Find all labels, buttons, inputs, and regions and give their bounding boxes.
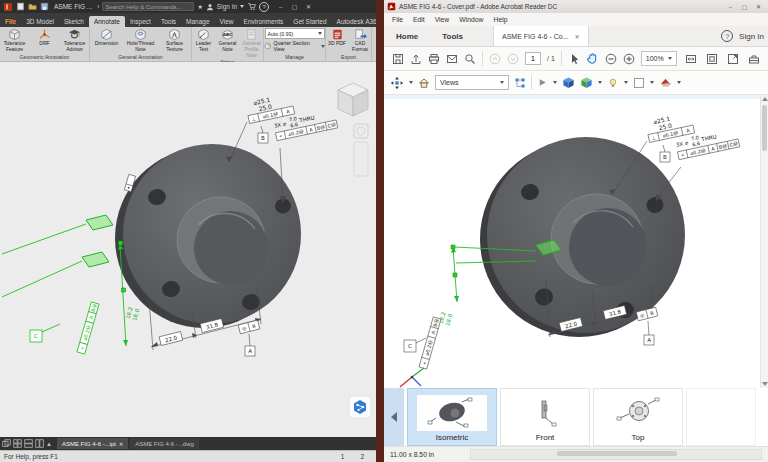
email-icon[interactable]	[446, 53, 458, 65]
drf-button[interactable]: DRF	[30, 28, 59, 53]
scroll-down-icon[interactable]	[762, 382, 768, 386]
doc-tab-ipt[interactable]: ASME FIG 4-6 -...ipt ✕	[57, 438, 128, 449]
share-upload-icon[interactable]	[410, 53, 422, 65]
acr-close-button[interactable]: ✕	[752, 1, 765, 12]
general-note-button[interactable]: ABC General Note	[216, 28, 239, 58]
tile-windows-icon[interactable]	[13, 439, 22, 448]
cross-section-icon[interactable]	[659, 76, 672, 89]
tab-annotate[interactable]: Annotate	[89, 16, 125, 27]
hole-note[interactable]: 3X ⌀ 7.0 6.6 THRU ⌖ ⌀0.2Ⓜ A BⓂ CⓂ	[273, 107, 338, 203]
menu-help[interactable]: Help	[493, 16, 507, 23]
flange-3d-model[interactable]	[115, 144, 301, 328]
3d-navigate-caret-icon[interactable]	[409, 81, 413, 84]
zoom-out-icon[interactable]	[605, 53, 617, 65]
model-tree-icon[interactable]	[514, 77, 526, 89]
model-render-cube-icon[interactable]	[580, 76, 593, 89]
cascade-windows-icon[interactable]	[2, 439, 11, 448]
default-view-home-icon[interactable]	[418, 77, 430, 89]
dimension-button[interactable]: Dimension	[90, 28, 123, 53]
hole-thread-note-button[interactable]: Hole/Thread Note	[124, 28, 157, 53]
play-caret-icon[interactable]	[553, 81, 557, 84]
3d-navigate-icon[interactable]	[390, 76, 404, 90]
tab-environments[interactable]: Environments	[239, 16, 289, 27]
doctabs-expand-icon[interactable]: ▲	[46, 441, 52, 447]
save-icon[interactable]	[40, 2, 49, 11]
tolerance-feature-button[interactable]: Tolerance Feature	[0, 28, 29, 53]
tab-sketch[interactable]: Sketch	[59, 16, 89, 27]
hand-tool-icon[interactable]	[586, 52, 599, 65]
viewcube[interactable]	[338, 83, 368, 116]
menu-window[interactable]: Window	[459, 16, 483, 23]
tile-horizontal-icon[interactable]	[24, 439, 33, 448]
vertical-scrollbar[interactable]	[760, 95, 768, 388]
title-overflow[interactable]: ›	[97, 3, 99, 10]
annotation-scale-combo[interactable]: Auto (0.93)	[265, 28, 325, 39]
menu-edit[interactable]: Edit	[413, 16, 425, 23]
horizontal-scrollbar[interactable]	[470, 449, 762, 460]
minimize-button[interactable]: –	[274, 1, 287, 12]
tab-document-close-icon[interactable]: ✕	[575, 33, 580, 40]
a360-share-button[interactable]	[349, 396, 371, 418]
doc-tab-dwg[interactable]: ASME FIG 4-6 -...dwg	[130, 438, 199, 449]
print-icon[interactable]	[428, 53, 440, 65]
hscrollbar-thumb[interactable]	[557, 451, 677, 456]
window-arrange-icons[interactable]: ▲	[2, 439, 52, 448]
open-folder-icon[interactable]	[28, 2, 37, 11]
tab-file[interactable]: File	[0, 16, 21, 27]
scroll-up-icon[interactable]	[762, 97, 768, 101]
zoom-level-combo[interactable]: 100%	[641, 51, 677, 66]
render-caret-icon[interactable]	[598, 81, 602, 84]
command-search-input[interactable]	[102, 2, 194, 11]
doc-tab-close-icon[interactable]: ✕	[119, 441, 123, 447]
acr-maximize-button[interactable]: ▢	[738, 1, 751, 12]
menu-view[interactable]: View	[435, 16, 450, 23]
quarter-section-view-button[interactable]: Quarter Section View	[264, 40, 325, 52]
acrobat-3d-canvas[interactable]: ⌀25.1 25.0 ⊥ ⌀0.1Ⓜ A B	[384, 95, 768, 388]
fit-width-icon[interactable]	[685, 53, 697, 65]
inventor-help-icon[interactable]: ?	[259, 2, 269, 12]
tab-inspect[interactable]: Inspect	[125, 16, 156, 27]
zoom-in-icon[interactable]	[623, 53, 635, 65]
views-combo[interactable]: Views	[435, 75, 509, 90]
fit-page-icon[interactable]	[706, 53, 718, 65]
app-store-cart-icon[interactable]	[247, 2, 256, 11]
view-item-front[interactable]: Front	[500, 388, 590, 446]
leader-text-button[interactable]: Leader Text	[192, 28, 215, 58]
menu-file[interactable]: File	[392, 16, 403, 23]
surface-texture-button[interactable]: Surface Texture	[158, 28, 191, 53]
lighting-icon[interactable]	[607, 77, 619, 89]
close-button[interactable]: ✕	[302, 1, 315, 12]
navigation-bar[interactable]	[354, 124, 368, 176]
bgcolor-caret-icon[interactable]	[650, 81, 654, 84]
maximize-button[interactable]: ▢	[288, 1, 301, 12]
flange-3d-model-pdf[interactable]	[480, 137, 685, 337]
tab-manage[interactable]: Manage	[181, 16, 215, 27]
view-item-isometric[interactable]: Isometric	[407, 388, 497, 446]
save-icon[interactable]	[392, 53, 404, 65]
inventor-signin-button[interactable]: Sign In	[217, 3, 237, 10]
acr-minimize-button[interactable]: –	[724, 1, 737, 12]
search-icon[interactable]	[464, 53, 476, 65]
signin-caret-icon[interactable]	[240, 5, 244, 8]
tab-document[interactable]: ASME FIG 4-6 - Co... ✕	[493, 26, 589, 46]
datum-b-flag-pdf[interactable]: B	[660, 145, 670, 162]
tab-view[interactable]: View	[215, 16, 239, 27]
background-color-icon[interactable]	[633, 77, 645, 89]
scrollbar-thumb[interactable]	[762, 105, 767, 151]
play-animation-icon[interactable]	[537, 77, 548, 88]
xsection-caret-icon[interactable]	[677, 81, 681, 84]
tab-get-started[interactable]: Get Started	[288, 16, 331, 27]
tolerance-advisor-button[interactable]: Tolerance Advisor	[60, 28, 89, 53]
lighting-caret-icon[interactable]	[624, 81, 628, 84]
acrobat-help-icon[interactable]: ?	[721, 30, 733, 42]
fullscreen-icon[interactable]	[727, 53, 739, 65]
tile-vertical-icon[interactable]	[35, 439, 44, 448]
tab-tools[interactable]: Tools	[430, 26, 475, 46]
view-item-top[interactable]: Top	[593, 388, 683, 446]
favorites-star-icon[interactable]: ★	[197, 3, 202, 10]
page-number-input[interactable]	[525, 52, 541, 65]
tab-home[interactable]: Home	[384, 26, 430, 46]
views-collapse-button[interactable]	[384, 388, 404, 446]
tab-3d-model[interactable]: 3D Model	[21, 16, 59, 27]
render-mode-cube-icon[interactable]	[562, 76, 575, 89]
